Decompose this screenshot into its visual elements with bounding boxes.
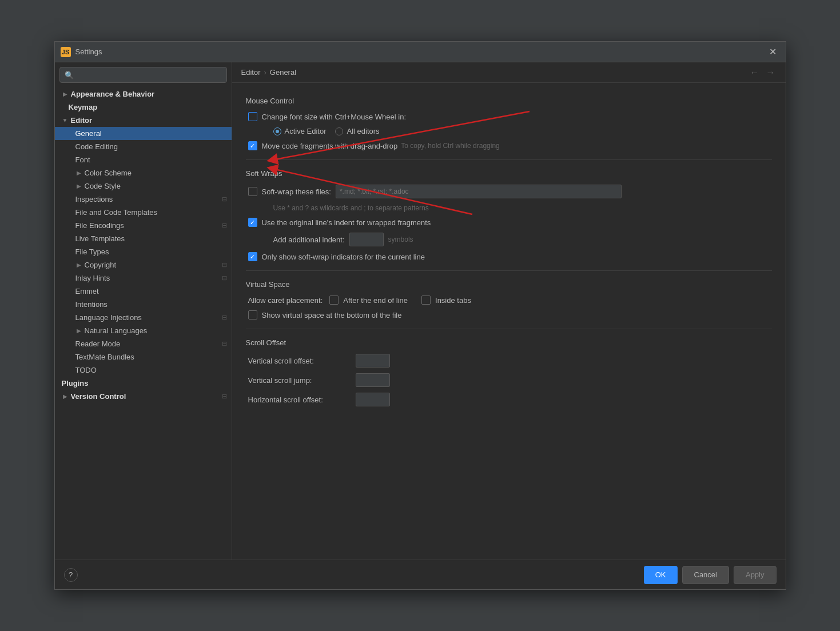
sidebar-item-live-templates[interactable]: Live Templates [55, 232, 232, 245]
sidebar-item-copyright[interactable]: ▶ Copyright ⊟ [55, 258, 232, 271]
bottom-bar: ? OK Cancel Apply [55, 560, 786, 589]
breadcrumb-current: General [270, 68, 296, 77]
vertical-offset-input[interactable]: 1 [356, 354, 390, 368]
sidebar-item-reader-mode[interactable]: Reader Mode ⊟ [55, 337, 232, 350]
help-button[interactable]: ? [64, 568, 78, 582]
show-virtual-checkbox[interactable] [248, 310, 257, 320]
ok-button[interactable]: OK [644, 566, 678, 584]
change-font-checkbox[interactable] [248, 112, 257, 121]
sidebar-item-file-encodings[interactable]: File Encodings ⊟ [55, 219, 232, 232]
sidebar-icon-encodings: ⊟ [222, 222, 227, 229]
inside-tabs-checkbox[interactable] [421, 295, 431, 305]
sidebar-item-version-control[interactable]: ▶ Version Control ⊟ [55, 390, 232, 403]
sidebar-item-inlay-hints[interactable]: Inlay Hints ⊟ [55, 271, 232, 285]
soft-wrap-label: Soft-wrap these files: [262, 187, 331, 196]
horizontal-offset-input[interactable]: 3 [356, 393, 390, 406]
content-area: ▶ Appearance & Behavior Keymap ▼ Editor … [55, 62, 786, 560]
sidebar: ▶ Appearance & Behavior Keymap ▼ Editor … [55, 62, 232, 560]
title-bar: JS Settings ✕ [55, 42, 786, 62]
app-icon: JS [61, 47, 71, 57]
arrow-icon: ▶ [62, 91, 69, 98]
sidebar-item-plugins[interactable]: Plugins [55, 377, 232, 390]
sidebar-item-code-editing[interactable]: Code Editing [55, 140, 232, 153]
move-code-row: Move code fragments with drag-and-drop T… [246, 141, 772, 150]
sidebar-item-appearance[interactable]: ▶ Appearance & Behavior [55, 87, 232, 101]
sidebar-item-file-code-templates[interactable]: File and Code Templates [55, 206, 232, 219]
all-editors-radio[interactable] [335, 127, 343, 135]
arrow-icon-color: ▶ [75, 170, 82, 177]
scroll-offset-title: Scroll Offset [246, 338, 772, 347]
show-virtual-row: Show virtual space at the bottom of the … [246, 310, 772, 320]
virtual-space-title: Virtual Space [246, 280, 772, 289]
sidebar-label-natural-languages: Natural Languages [85, 326, 148, 335]
soft-wrap-subtext: Use * and ? as wildcards and ; to separa… [246, 204, 772, 212]
soft-wrap-checkbox[interactable] [248, 187, 257, 196]
sidebar-label-emmet: Emmet [75, 287, 99, 295]
soft-wrap-input[interactable] [336, 185, 622, 198]
all-editors-radio-item[interactable]: All editors [335, 127, 379, 135]
only-show-row: Only show soft-wrap indicators for the c… [246, 252, 772, 261]
sidebar-item-emmet[interactable]: Emmet [55, 285, 232, 298]
horizontal-offset-label: Horizontal scroll offset: [248, 396, 351, 404]
active-editor-radio-item[interactable]: Active Editor [273, 127, 327, 135]
sidebar-item-code-style[interactable]: ▶ Code Style [55, 179, 232, 193]
divider-3 [246, 329, 772, 329]
sidebar-item-file-types[interactable]: File Types [55, 245, 232, 258]
sidebar-label-language-injections: Language Injections [75, 313, 142, 322]
sidebar-label-plugins: Plugins [62, 379, 89, 388]
cancel-button[interactable]: Cancel [682, 566, 729, 584]
action-buttons: OK Cancel Apply [644, 566, 777, 584]
sidebar-item-font[interactable]: Font [55, 153, 232, 166]
divider-1 [246, 159, 772, 160]
after-end-checkbox[interactable] [329, 295, 339, 305]
vertical-offset-row: Vertical scroll offset: 1 [246, 354, 772, 368]
sidebar-item-keymap[interactable]: Keymap [55, 101, 232, 114]
only-show-label: Only show soft-wrap indicators for the c… [262, 253, 425, 261]
sidebar-label-reader-mode: Reader Mode [75, 340, 121, 348]
inside-tabs-label: Inside tabs [435, 296, 471, 305]
sidebar-label-code-editing: Code Editing [75, 142, 118, 151]
allow-caret-label: Allow caret placement: [248, 296, 323, 305]
apply-button[interactable]: Apply [734, 566, 777, 584]
sidebar-label-code-style: Code Style [85, 182, 121, 190]
sidebar-item-general[interactable]: General [55, 127, 232, 140]
sidebar-label-version-control: Version Control [71, 392, 126, 401]
breadcrumb-sep: › [264, 68, 266, 77]
settings-content: Mouse Control Change font size with Ctrl… [232, 83, 786, 560]
sidebar-label-intentions: Intentions [75, 300, 108, 309]
settings-dialog: JS Settings ✕ ▶ Appearance & Behavior Ke… [54, 41, 786, 590]
all-editors-label: All editors [347, 127, 379, 135]
arrow-icon-editor: ▼ [62, 117, 69, 124]
soft-wraps-title: Soft Wraps [246, 169, 772, 178]
move-code-checkbox[interactable] [248, 141, 257, 150]
main-panel: Editor › General ← → Mouse Control Chang… [232, 62, 786, 560]
sidebar-item-todo[interactable]: TODO [55, 364, 232, 377]
change-font-label: Change font size with Ctrl+Mouse Wheel i… [262, 113, 407, 121]
sidebar-item-language-injections[interactable]: Language Injections ⊟ [55, 311, 232, 324]
active-editor-radio[interactable] [273, 127, 281, 135]
close-button[interactable]: ✕ [766, 45, 780, 58]
add-indent-row: Add additional indent: 0 symbols [246, 233, 772, 246]
sidebar-label-font: Font [75, 155, 90, 164]
active-editor-label: Active Editor [285, 127, 327, 135]
sidebar-item-intentions[interactable]: Intentions [55, 298, 232, 311]
only-show-checkbox[interactable] [248, 252, 257, 261]
sidebar-item-inspections[interactable]: Inspections ⊟ [55, 193, 232, 206]
sidebar-item-textmate-bundles[interactable]: TextMate Bundles [55, 350, 232, 364]
vertical-jump-input[interactable]: 0 [356, 373, 390, 387]
sidebar-item-color-scheme[interactable]: ▶ Color Scheme [55, 166, 232, 179]
search-input[interactable] [65, 71, 222, 79]
sidebar-item-natural-languages[interactable]: ▶ Natural Languages [55, 324, 232, 337]
sidebar-label-inspections: Inspections [75, 195, 113, 203]
use-original-checkbox[interactable] [248, 218, 257, 227]
nav-forward-button[interactable]: → [765, 66, 777, 79]
search-box[interactable] [59, 67, 227, 83]
divider-2 [246, 270, 772, 271]
arrow-icon-natural: ▶ [75, 328, 82, 334]
sidebar-label-textmate: TextMate Bundles [75, 353, 134, 361]
add-indent-input[interactable]: 0 [349, 233, 384, 246]
sidebar-label-file-code-templates: File and Code Templates [75, 208, 158, 217]
breadcrumb-bar: Editor › General ← → [232, 62, 786, 83]
nav-back-button[interactable]: ← [749, 66, 761, 79]
sidebar-item-editor[interactable]: ▼ Editor [55, 114, 232, 127]
